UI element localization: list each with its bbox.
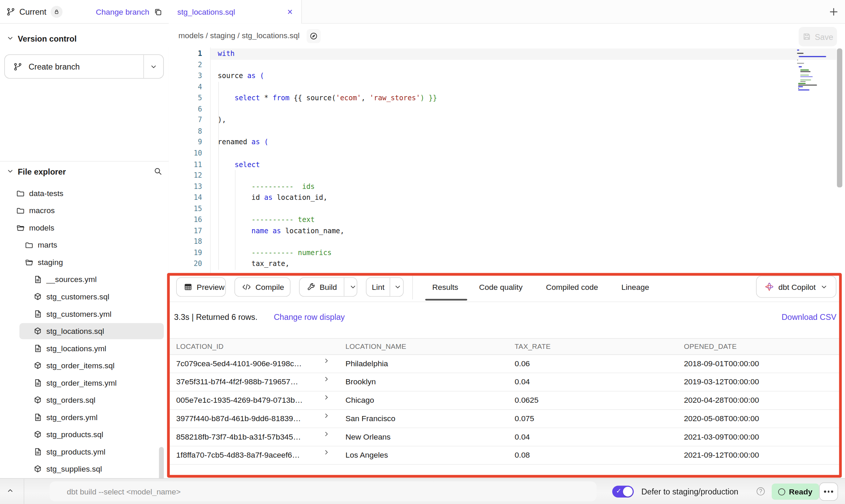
compile-label: Compile — [255, 283, 284, 291]
line-number: 1 — [169, 48, 202, 59]
search-icon[interactable] — [154, 167, 162, 176]
doc-icon — [33, 447, 42, 456]
tab-compiled-code[interactable]: Compiled code — [546, 273, 598, 300]
file-item-stg-products-yml[interactable]: stg_products.yml — [0, 443, 169, 461]
file-explorer-header[interactable]: File explorer — [0, 163, 169, 179]
file-item-label: stg_orders.yml — [46, 409, 98, 426]
editor-scrollbar[interactable] — [837, 48, 842, 187]
file-item-stg-orders-sql[interactable]: stg_orders.sql — [0, 391, 169, 409]
tab-lineage[interactable]: Lineage — [621, 273, 649, 300]
line-number: 11 — [169, 159, 202, 170]
divider — [412, 276, 413, 299]
code-text: id as location_id, — [252, 192, 327, 203]
line-number: 12 — [169, 170, 202, 181]
file-item-stg-locations-sql[interactable]: stg_locations.sql — [0, 323, 169, 340]
code-text: ---------- numerics — [252, 248, 332, 258]
build-button[interactable]: Build — [299, 277, 357, 297]
build-dropdown[interactable] — [344, 278, 362, 296]
tab-results[interactable]: Results — [432, 273, 458, 300]
preview-button[interactable]: Preview — [176, 277, 226, 297]
save-button[interactable]: Save — [799, 27, 837, 46]
version-control-header[interactable]: Version control — [0, 30, 169, 46]
branch-bar: Current Change branch — [0, 0, 169, 24]
new-tab-button[interactable] — [829, 7, 839, 17]
folder-icon — [25, 241, 33, 249]
cell: San Francisco — [345, 410, 395, 428]
line-number: 2 — [169, 60, 202, 71]
file-item-stg-customers-sql[interactable]: stg_customers.sql — [0, 288, 169, 306]
file-item-stg-order-items-sql[interactable]: stg_order_items.sql — [0, 357, 169, 374]
command-input[interactable] — [49, 481, 597, 501]
compile-button[interactable]: Compile — [234, 277, 290, 297]
column-header-tax_rate: TAX_RATE — [515, 339, 551, 354]
file-item-stg-supplies-sql[interactable]: stg_supplies.sql — [0, 460, 169, 478]
lint-button[interactable]: Lint — [366, 277, 404, 297]
minimap-line — [801, 71, 811, 72]
row-expander-icon[interactable] — [323, 358, 330, 364]
file-item-stg-locations-yml[interactable]: stg_locations.yml — [0, 340, 169, 357]
more-options-button[interactable] — [819, 483, 838, 501]
defer-toggle[interactable]: ✓ — [612, 486, 634, 498]
row-expander-icon[interactable] — [323, 431, 330, 437]
build-label: Build — [319, 283, 337, 291]
minimap-line — [797, 53, 803, 54]
cell: 0.04 — [515, 373, 530, 391]
model-icon — [33, 465, 42, 473]
code-line: 4 — [169, 81, 845, 92]
code-line: 15 — [169, 203, 845, 214]
row-expander-icon[interactable] — [323, 394, 330, 401]
file-item-macros[interactable]: macros — [0, 202, 169, 219]
minimap-line — [798, 86, 803, 87]
column-header-location_id: LOCATION_ID — [176, 339, 224, 354]
check-icon: ✓ — [616, 487, 621, 495]
query-summary: 3.3s | Returned 6 rows. — [174, 312, 257, 322]
folder-icon — [16, 189, 25, 197]
model-icon — [33, 327, 42, 336]
lint-dropdown[interactable] — [390, 278, 405, 296]
sidebar: Current Change branch Version control Cr… — [0, 0, 169, 478]
file-item-stg-products-sql[interactable]: stg_products.sql — [0, 426, 169, 443]
ready-status-badge[interactable]: Ready — [772, 484, 819, 500]
cell: 0.04 — [515, 428, 530, 446]
file-item-sources-yml[interactable]: __sources.yml — [0, 271, 169, 288]
file-item-label: stg_locations.sql — [46, 323, 104, 340]
file-item-data-tests[interactable]: data-tests — [0, 185, 169, 202]
preview-label: Preview — [197, 283, 224, 291]
copy-icon[interactable] — [154, 7, 162, 16]
file-item-label: stg_supplies.sql — [46, 460, 102, 478]
file-item-label: marts — [38, 236, 57, 254]
editor-minimap[interactable] — [797, 49, 827, 96]
create-branch-dropdown[interactable] — [143, 55, 163, 78]
file-item-models[interactable]: models — [0, 219, 169, 237]
file-item-staging[interactable]: staging — [0, 254, 169, 271]
file-item-label: stg_locations.yml — [46, 340, 106, 357]
download-csv-link[interactable]: Download CSV — [782, 312, 836, 322]
chevron-up-icon[interactable] — [6, 487, 16, 496]
cell: 0.0625 — [515, 391, 539, 409]
cell: 2019-03-12T00:00:00 — [684, 373, 759, 391]
file-item-stg-order-items-yml[interactable]: stg_order_items.yml — [0, 374, 169, 391]
file-item-marts[interactable]: marts — [0, 236, 169, 254]
row-expander-icon[interactable] — [323, 449, 330, 456]
help-icon[interactable]: ? — [757, 487, 765, 495]
code-editor[interactable]: 1with23source as (45select * from {{ sou… — [169, 47, 845, 273]
change-branch-link[interactable]: Change branch — [96, 7, 149, 16]
results-panel: Preview Compile Build Lint ResultsCode q… — [169, 273, 845, 478]
line-number: 10 — [169, 148, 202, 159]
file-item-label: stg_products.sql — [46, 426, 103, 443]
change-row-display-link[interactable]: Change row display — [274, 312, 345, 322]
line-number: 20 — [169, 259, 202, 270]
tab-code-quality[interactable]: Code quality — [479, 273, 522, 300]
tab-stg-locations-sql[interactable]: stg_locations.sql × — [169, 0, 302, 24]
file-item-label: stg_order_items.sql — [46, 357, 115, 374]
row-expander-icon[interactable] — [323, 413, 330, 419]
file-item-stg-customers-yml[interactable]: stg_customers.yml — [0, 305, 169, 323]
file-item-stg-orders-yml[interactable]: stg_orders.yml — [0, 409, 169, 426]
create-branch-button[interactable]: Create branch — [4, 54, 164, 78]
row-expander-icon[interactable] — [323, 376, 330, 382]
close-icon[interactable]: × — [287, 7, 293, 16]
dbt-copilot-button[interactable]: dbt Copilot — [756, 276, 836, 298]
lineage-navigate-button[interactable] — [307, 29, 321, 43]
file-item-label: data-tests — [29, 185, 63, 202]
code-text: with — [218, 48, 234, 59]
